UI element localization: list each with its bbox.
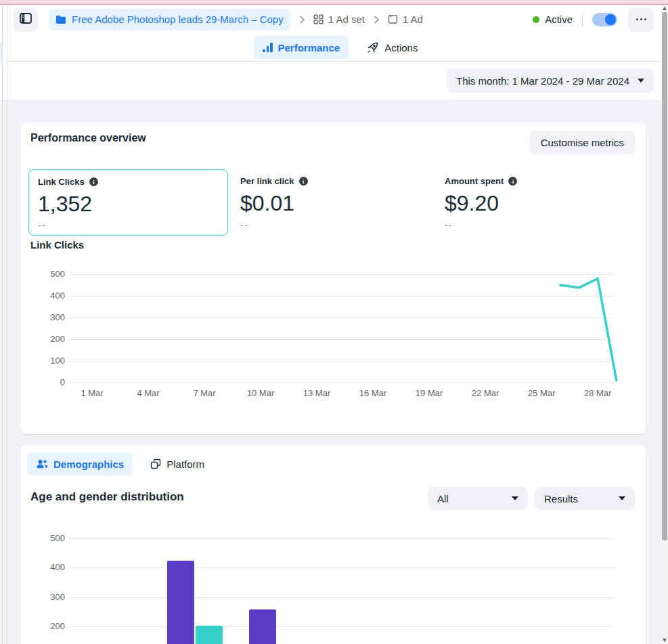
breadcrumb-ad-label: 1 Ad bbox=[403, 14, 423, 25]
filter-value: Results bbox=[544, 493, 578, 505]
header-bar: Free Adobe Photoshop leads 29-March – Co… bbox=[7, 5, 661, 34]
view-tabs: Performance Actions bbox=[7, 34, 661, 62]
breadcrumb-adset[interactable]: 1 Ad set bbox=[313, 14, 365, 25]
tab-platform[interactable]: Platform bbox=[150, 458, 204, 470]
line-chart-title: Link Clicks bbox=[30, 239, 84, 251]
breadcrumb-campaign-label: Free Adobe Photoshop leads 29-March – Co… bbox=[72, 14, 284, 25]
y-axis-label: 0 bbox=[20, 377, 65, 388]
breadcrumb-ad[interactable]: 1 Ad bbox=[388, 14, 423, 25]
chevron-right-icon-2 bbox=[373, 16, 380, 24]
date-filter-row: This month: 1 Mar 2024 - 29 Mar 2024 bbox=[7, 62, 661, 100]
y-axis-label: 300 bbox=[20, 312, 65, 323]
metric-delta: -- bbox=[445, 219, 641, 230]
metric-amount-spent[interactable]: Amount spenti $9.20 -- bbox=[445, 169, 641, 236]
breadcrumb-campaign[interactable]: Free Adobe Photoshop leads 29-March – Co… bbox=[49, 9, 290, 30]
folder-icon bbox=[55, 15, 66, 24]
metric-per-link-click[interactable]: Per link clicki $0.01 -- bbox=[240, 169, 437, 236]
bar bbox=[167, 561, 194, 644]
adset-grid-icon bbox=[313, 14, 324, 24]
info-icon[interactable]: i bbox=[299, 177, 308, 186]
collapse-sidebar-button[interactable] bbox=[14, 7, 38, 32]
rocket-icon bbox=[366, 41, 379, 54]
metric-label: Link Clicks bbox=[38, 177, 85, 187]
y-axis-label: 200 bbox=[20, 334, 65, 345]
ad-frame-icon bbox=[388, 14, 398, 24]
demographics-card: Demographics Platform Age and gender dis… bbox=[20, 446, 646, 644]
info-icon[interactable]: i bbox=[508, 177, 517, 186]
x-axis-label: 25 Mar bbox=[521, 388, 562, 398]
y-axis-label: 500 bbox=[20, 533, 65, 544]
chevron-down-icon bbox=[619, 496, 625, 500]
metric-delta: -- bbox=[240, 219, 437, 230]
card-title: Performance overview bbox=[30, 132, 146, 144]
info-icon[interactable]: i bbox=[89, 177, 98, 186]
metric-value: $9.20 bbox=[445, 191, 641, 215]
chevron-down-icon bbox=[638, 79, 644, 83]
gridline bbox=[68, 538, 615, 539]
gridline bbox=[68, 567, 615, 568]
tab-performance-label: Performance bbox=[278, 42, 340, 53]
tab-demographics[interactable]: Demographics bbox=[27, 452, 133, 475]
top-pink-strip bbox=[0, 0, 668, 5]
status-badge: Active bbox=[545, 14, 573, 25]
metric-value: 1,352 bbox=[38, 192, 219, 216]
y-axis-label: 500 bbox=[20, 269, 65, 280]
tab-actions[interactable]: Actions bbox=[366, 41, 418, 54]
metric-delta: -- bbox=[38, 220, 219, 230]
date-range-dropdown[interactable]: This month: 1 Mar 2024 - 29 Mar 2024 bbox=[447, 68, 654, 93]
bar bbox=[196, 626, 223, 644]
x-axis-label: 4 Mar bbox=[128, 388, 169, 398]
filter-value: All bbox=[437, 493, 449, 505]
y-axis-label: 400 bbox=[20, 562, 65, 573]
more-options-button[interactable] bbox=[628, 7, 654, 32]
chevron-right-icon bbox=[298, 16, 305, 24]
tab-actions-label: Actions bbox=[384, 42, 418, 53]
x-axis-label: 16 Mar bbox=[353, 388, 393, 398]
x-axis-label: 1 Mar bbox=[72, 388, 112, 398]
divider bbox=[582, 12, 583, 27]
tab-platform-label: Platform bbox=[166, 458, 204, 470]
metric-link-clicks[interactable]: Link Clicksi 1,352 -- bbox=[28, 169, 228, 236]
collapse-panel-icon bbox=[19, 12, 32, 27]
scroll-up-arrow[interactable] bbox=[663, 7, 667, 10]
chevron-down-icon bbox=[512, 496, 518, 500]
y-axis-label: 200 bbox=[20, 621, 65, 632]
y-axis-label: 300 bbox=[20, 592, 65, 603]
gridline bbox=[68, 626, 615, 627]
metric-filter-dropdown[interactable]: Results bbox=[535, 487, 635, 510]
y-axis-label: 100 bbox=[20, 356, 65, 366]
gridline bbox=[68, 597, 615, 598]
active-status-icon bbox=[533, 16, 539, 23]
people-icon bbox=[36, 458, 48, 469]
scrollbar-thumb[interactable] bbox=[662, 12, 667, 540]
x-axis-label: 10 Mar bbox=[240, 388, 281, 398]
scroll-down-arrow[interactable] bbox=[663, 639, 667, 642]
metric-label: Amount spent bbox=[445, 176, 504, 186]
tab-performance[interactable]: Performance bbox=[254, 36, 349, 59]
active-toggle[interactable] bbox=[592, 13, 617, 26]
x-axis-label: 28 Mar bbox=[577, 388, 618, 398]
customise-metrics-button[interactable]: Customise metrics bbox=[530, 131, 635, 154]
line-series bbox=[68, 274, 621, 389]
breakdown-tabs: Demographics Platform bbox=[27, 452, 204, 475]
page-background: Performance overview Customise metrics L… bbox=[7, 100, 661, 644]
vertical-scrollbar[interactable] bbox=[661, 5, 668, 644]
breadcrumb-adset-label: 1 Ad set bbox=[328, 14, 365, 25]
toggle-knob bbox=[605, 14, 616, 25]
x-axis-label: 13 Mar bbox=[296, 388, 337, 398]
performance-overview-card: Performance overview Customise metrics L… bbox=[20, 123, 646, 434]
breakdown-filter-dropdown[interactable]: All bbox=[428, 487, 528, 510]
tab-demographics-label: Demographics bbox=[53, 458, 124, 470]
x-axis-label: 22 Mar bbox=[465, 388, 506, 398]
x-axis-label: 19 Mar bbox=[409, 388, 449, 398]
y-axis-label: 400 bbox=[20, 291, 65, 301]
dots-icon bbox=[636, 18, 638, 20]
layers-icon bbox=[150, 458, 161, 469]
x-axis-label: 7 Mar bbox=[184, 388, 225, 398]
demographics-title: Age and gender distribution bbox=[30, 490, 184, 504]
bar bbox=[249, 609, 276, 644]
bar-chart-icon bbox=[263, 43, 273, 52]
left-rail-border bbox=[2, 5, 3, 644]
metric-value: $0.01 bbox=[240, 191, 437, 215]
metric-label: Per link click bbox=[240, 176, 294, 186]
